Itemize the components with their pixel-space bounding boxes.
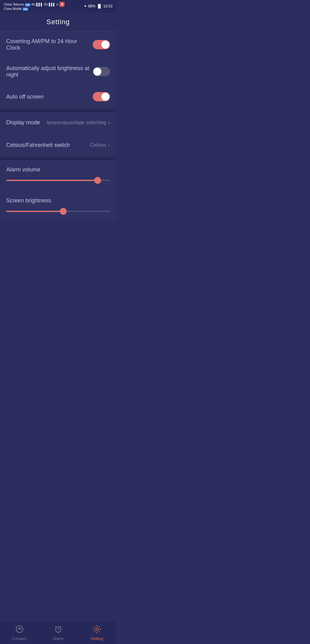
- notification-icon: ⚑: [60, 2, 64, 7]
- alarm-volume-label: Alarm volume: [6, 166, 110, 173]
- carrier1-name: China Telecom: [4, 3, 24, 6]
- status-bar: China Telecom HD 4G ▌▌▌ 4G ▌▌▌ ⊙ ⚑ China…: [0, 0, 116, 12]
- alarm-volume-thumb[interactable]: [94, 177, 101, 184]
- screen-brightness-label: Screen brightness: [6, 197, 110, 204]
- convert-clock-label: Coverting AM/PM to 24 Hour Clock: [6, 38, 93, 51]
- carrier2-badge: HD: [23, 7, 28, 11]
- settings-content: Coverting AM/PM to 24 Hour Clock Automat…: [0, 31, 116, 248]
- display-section: Display mode temperature/date switching …: [0, 112, 116, 156]
- signal-bars-2: ▌▌▌: [49, 3, 55, 6]
- alarm-volume-track: [6, 180, 110, 181]
- auto-brightness-item: Automatically adjust brightness at night: [0, 58, 116, 85]
- auto-brightness-thumb: [93, 68, 101, 76]
- temp-switch-item[interactable]: Celsius/Fahrenheit switch Celsius ›: [0, 134, 116, 156]
- clock: 10:53: [103, 4, 113, 8]
- display-mode-label: Display mode: [6, 119, 40, 126]
- signal-bars-1: ▌▌▌: [36, 3, 43, 6]
- convert-clock-toggle[interactable]: [93, 40, 110, 49]
- screen-brightness-fill: [6, 211, 63, 212]
- temp-switch-value-container: Celsius ›: [90, 142, 110, 148]
- carrier-info: China Telecom HD 4G ▌▌▌ 4G ▌▌▌ ⊙ ⚑ China…: [4, 2, 64, 11]
- carrier1-badge: HD: [25, 3, 31, 7]
- display-mode-chevron: ›: [108, 119, 110, 126]
- signal-4g-1: 4G: [31, 3, 35, 6]
- auto-brightness-toggle[interactable]: [93, 67, 110, 76]
- battery-icon: ▐▌: [97, 4, 102, 8]
- temp-switch-chevron: ›: [108, 142, 110, 148]
- temp-switch-label: Celsius/Fahrenheit switch: [6, 142, 70, 148]
- auto-off-screen-thumb: [101, 93, 109, 101]
- alarm-volume-track-container: [6, 177, 110, 183]
- alarm-volume-item: Alarm volume: [0, 160, 116, 191]
- display-mode-value-container: temperature/date switching ›: [47, 119, 110, 126]
- convert-clock-thumb: [101, 41, 109, 49]
- auto-off-screen-item: Auto off screen: [0, 85, 116, 108]
- page-title: Setting: [0, 12, 116, 31]
- screen-brightness-item: Screen brightness: [0, 191, 116, 221]
- convert-clock-item: Coverting AM/PM to 24 Hour Clock: [0, 31, 116, 58]
- sliders-section: Alarm volume Screen brightness: [0, 160, 116, 221]
- temp-switch-value: Celsius: [90, 142, 106, 148]
- auto-brightness-label: Automatically adjust brightness at night: [6, 65, 93, 78]
- alarm-volume-fill: [6, 180, 98, 181]
- auto-off-screen-toggle[interactable]: [93, 92, 110, 101]
- bluetooth-icon: ✦: [84, 4, 87, 8]
- auto-off-screen-label: Auto off screen: [6, 94, 44, 100]
- signal-4g-2: 4G: [44, 3, 48, 6]
- carrier2-name: China Mobile: [4, 7, 22, 11]
- display-mode-value: temperature/date switching: [47, 120, 106, 126]
- screen-brightness-track: [6, 211, 110, 212]
- display-mode-item[interactable]: Display mode temperature/date switching …: [0, 112, 116, 134]
- screen-brightness-thumb[interactable]: [60, 208, 67, 215]
- screen-brightness-track-container: [6, 208, 110, 214]
- battery-percent: 88%: [88, 4, 95, 8]
- toggles-section: Coverting AM/PM to 24 Hour Clock Automat…: [0, 31, 116, 108]
- status-right: ✦ 88% ▐▌ 10:53: [84, 4, 113, 8]
- wifi-icon: ⊙: [56, 3, 59, 6]
